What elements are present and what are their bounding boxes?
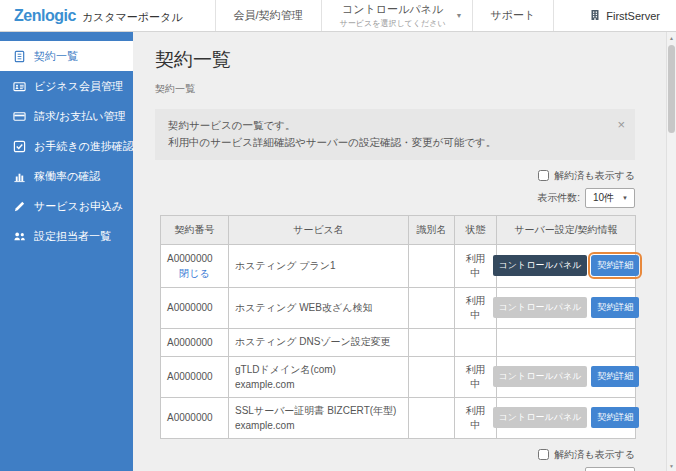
chevron-down-icon: ▼ <box>622 195 628 201</box>
control-panel-button[interactable]: コントロールパネル <box>493 297 588 318</box>
control-panel-button[interactable]: コントロールパネル <box>493 407 588 428</box>
sidebar: 契約一覧 ビジネス会員管理 請求/お支払い管理 お手続きの進捗確認 稼働率の確認… <box>0 32 133 471</box>
contract-detail-button[interactable]: 契約詳細 <box>591 407 639 428</box>
show-cancelled-row: 解約済も表示する <box>538 448 635 462</box>
control-panel-button[interactable]: コントロールパネル <box>493 366 588 387</box>
service-name-cell: ホスティング WEB改ざん検知 <box>229 287 409 328</box>
actions-cell: コントロールパネル 契約詳細 <box>497 244 636 287</box>
status-cell: 利用中 <box>455 356 497 397</box>
breadcrumb: 契約一覧 <box>155 82 666 96</box>
sidebar-item-uptime[interactable]: 稼働率の確認 <box>0 161 133 191</box>
sidebar-item-service-application[interactable]: サービスお申込み <box>0 191 133 221</box>
table-row: A0000000 SSLサーバー証明書 BIZCERT(年型) example.… <box>161 397 636 438</box>
top-list-controls: 解約済も表示する 表示件数: 10件 ▼ <box>133 169 635 208</box>
sidebar-item-admin-list[interactable]: 設定担当者一覧 <box>0 221 133 251</box>
sidebar-item-label: お手続きの進捗確認 <box>34 139 134 154</box>
status-cell: 利用中 <box>455 287 497 328</box>
table-row: A0000000 閉じる ホスティング プラン1 利用中 コントロールパネル 契… <box>161 244 636 287</box>
scroll-up-icon[interactable]: ▲ <box>667 32 676 43</box>
contract-number-cell: A0000000 <box>161 287 229 328</box>
actions-cell: コントロールパネル 契約詳細 <box>497 397 636 438</box>
actions-cell <box>497 328 636 356</box>
close-icon[interactable]: × <box>617 114 625 135</box>
contract-detail-button[interactable]: 契約詳細 <box>591 366 639 387</box>
sidebar-item-label: ビジネス会員管理 <box>34 79 123 94</box>
bottom-list-controls: 解約済も表示する 表示件数: 10件 ▼ <box>133 448 635 471</box>
show-cancelled-label: 解約済も表示する <box>554 448 635 462</box>
contract-number: A0000000 <box>167 371 213 382</box>
page-size-row: 表示件数: 10件 ▼ <box>537 467 635 471</box>
control-panel-button[interactable]: コントロールパネル <box>493 255 588 276</box>
contract-detail-button[interactable]: 契約詳細 <box>591 255 639 276</box>
app-logo[interactable]: Zenlogic カスタマーポータル <box>0 0 197 31</box>
table-row: A0000000 gTLDドメイン名(com) example.com 利用中 … <box>161 356 636 397</box>
contract-number: A0000000 <box>167 412 213 423</box>
nav-item-member-contract[interactable]: 会員/契約管理 <box>215 0 321 31</box>
contract-number-cell: A0000000 閉じる <box>161 244 229 287</box>
notice-box: 契約サービスの一覧です。 利用中のサービス詳細確認やサーバーの設定確認・変更が可… <box>155 109 635 160</box>
service-name: ホスティング DNSゾーン設定変更 <box>235 336 391 347</box>
actions-cell: コントロールパネル 契約詳細 <box>497 287 636 328</box>
account-name: FirstServer <box>606 10 660 22</box>
sidebar-item-business-members[interactable]: ビジネス会員管理 <box>0 71 133 101</box>
scroll-down-icon[interactable]: ▼ <box>667 460 676 471</box>
identifier-cell <box>409 244 455 287</box>
collapse-link[interactable]: 閉じる <box>167 266 222 281</box>
nav-label: コントロールパネル <box>342 2 443 17</box>
identifier-cell <box>409 287 455 328</box>
id-card-icon <box>13 80 26 93</box>
contract-number-cell: A0000000 <box>161 356 229 397</box>
nav-sublabel: サービスを選択してください <box>340 18 446 29</box>
service-subname: example.com <box>235 420 402 431</box>
zenlogic-logo: Zenlogic <box>14 7 76 25</box>
vertical-scrollbar[interactable]: ▲ ▼ <box>666 32 676 471</box>
page-size-label: 表示件数: <box>537 191 580 205</box>
payment-card-icon <box>13 110 26 123</box>
contract-number-cell: A0000000 <box>161 397 229 438</box>
show-cancelled-checkbox[interactable] <box>538 170 549 181</box>
nav-item-control-panel[interactable]: コントロールパネル サービスを選択してください ▼ <box>321 0 472 31</box>
col-service-name: サービス名 <box>229 215 409 244</box>
col-status: 状態 <box>455 215 497 244</box>
status-cell <box>455 328 497 356</box>
pencil-icon <box>13 200 26 213</box>
identifier-cell <box>409 356 455 397</box>
show-cancelled-checkbox[interactable] <box>538 449 549 460</box>
service-name: SSLサーバー証明書 BIZCERT(年型) <box>235 405 396 416</box>
notice-line2: 利用中のサービス詳細確認やサーバーの設定確認・変更が可能です。 <box>168 134 609 151</box>
building-icon <box>589 9 601 23</box>
page-size-select[interactable]: 10件 ▼ <box>585 467 635 471</box>
sidebar-item-label: 契約一覧 <box>34 49 78 64</box>
nav-label: 会員/契約管理 <box>234 8 303 23</box>
identifier-cell <box>409 397 455 438</box>
page-title: 契約一覧 <box>155 47 666 73</box>
contract-number: A0000000 <box>167 253 213 264</box>
page-size-value: 10件 <box>593 191 614 205</box>
show-cancelled-row: 解約済も表示する <box>538 169 635 183</box>
chevron-down-icon: ▼ <box>456 12 463 19</box>
service-name-cell: SSLサーバー証明書 BIZCERT(年型) example.com <box>229 397 409 438</box>
sidebar-item-progress-check[interactable]: お手続きの進捗確認 <box>0 131 133 161</box>
table-row: A0000000 ホスティング WEB改ざん検知 利用中 コントロールパネル 契… <box>161 287 636 328</box>
contract-table: 契約番号 サービス名 識別名 状態 サーバー設定/契約情報 A0000000 閉… <box>160 215 636 439</box>
sidebar-item-label: 設定担当者一覧 <box>34 229 111 244</box>
table-row: A0000000 ホスティング DNSゾーン設定変更 <box>161 328 636 356</box>
sidebar-item-contract-list[interactable]: 契約一覧 <box>0 41 133 71</box>
scrollbar-thumb[interactable] <box>668 45 675 133</box>
nav-label: サポート <box>491 8 536 23</box>
sidebar-item-billing[interactable]: 請求/お支払い管理 <box>0 101 133 131</box>
sidebar-item-label: 請求/お支払い管理 <box>34 109 126 124</box>
portal-label: カスタマーポータル <box>82 7 183 25</box>
contract-table-wrap: 契約番号 サービス名 識別名 状態 サーバー設定/契約情報 A0000000 閉… <box>160 215 635 439</box>
document-icon <box>13 50 26 63</box>
main-content: 契約一覧 契約一覧 契約サービスの一覧です。 利用中のサービス詳細確認やサーバー… <box>133 32 666 471</box>
contract-detail-button[interactable]: 契約詳細 <box>591 297 639 318</box>
nav-item-support[interactable]: サポート <box>472 0 555 31</box>
actions-cell: コントロールパネル 契約詳細 <box>497 356 636 397</box>
notice-line1: 契約サービスの一覧です。 <box>168 117 609 134</box>
account-menu[interactable]: FirstServer <box>589 0 676 31</box>
contract-number-cell: A0000000 <box>161 328 229 356</box>
contract-number: A0000000 <box>167 302 213 313</box>
table-header-row: 契約番号 サービス名 識別名 状態 サーバー設定/契約情報 <box>161 215 636 244</box>
page-size-select[interactable]: 10件 ▼ <box>585 188 635 208</box>
